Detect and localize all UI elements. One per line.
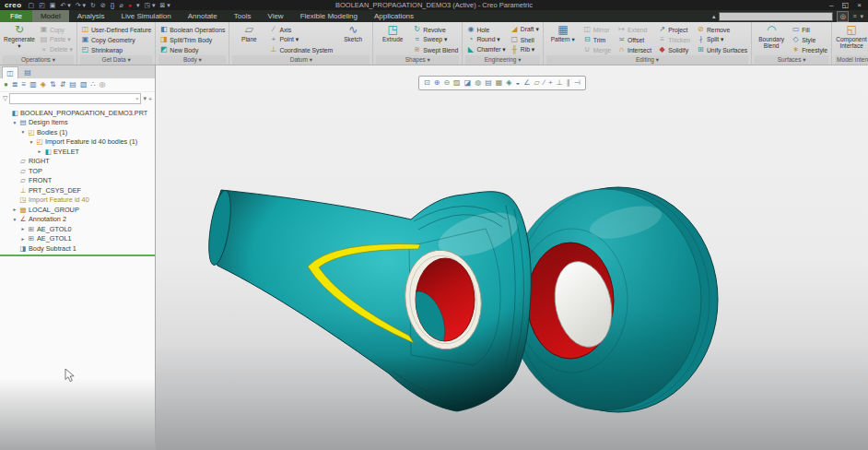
command-search-input[interactable] bbox=[719, 12, 833, 21]
group-label-datum[interactable]: Datum ▾ bbox=[232, 55, 369, 65]
group-label-operations[interactable]: Operations ▾ bbox=[3, 55, 74, 65]
tab-analysis[interactable]: Analysis bbox=[69, 10, 113, 22]
filter-dropdown-icon[interactable]: ▾ bbox=[143, 95, 147, 102]
settings-icon[interactable]: ≡ bbox=[852, 13, 856, 19]
revolve-button[interactable]: ↻Revolve bbox=[412, 25, 459, 34]
group-label-surfaces[interactable]: Surfaces ▾ bbox=[755, 55, 828, 65]
tab-file[interactable]: File bbox=[0, 10, 32, 22]
expander-icon[interactable]: ▸ bbox=[11, 207, 18, 212]
project-button[interactable]: ↗Project bbox=[657, 25, 691, 34]
mirror-button[interactable]: ◫Mirror bbox=[582, 25, 612, 34]
thicken-button[interactable]: ≡Thicken bbox=[657, 35, 691, 44]
tab-flexible-modeling[interactable]: Flexible Modeling bbox=[292, 10, 366, 22]
style-button[interactable]: ◇Style bbox=[791, 35, 828, 44]
merge-button[interactable]: ∪Merge bbox=[582, 45, 612, 54]
freestyle-button[interactable]: ∗Freestyle bbox=[791, 45, 828, 54]
tree-item-bodies[interactable]: ▾◰Bodies (1) bbox=[0, 127, 155, 137]
close-window-icon[interactable]: ⊠ ▾ bbox=[160, 2, 170, 8]
expander-icon[interactable]: ▸ bbox=[36, 148, 43, 154]
split-trim-body-button[interactable]: ◨Split/Trim Body bbox=[158, 35, 226, 44]
group-label-editing[interactable]: Editing ▾ bbox=[546, 55, 748, 65]
undo-icon[interactable]: ↶ ▾ bbox=[60, 2, 70, 8]
boolean-operations-button[interactable]: ◧Boolean Operations bbox=[158, 25, 226, 34]
show-grid-icon[interactable]: ▤ bbox=[69, 81, 76, 89]
clear-filter-icon[interactable]: × bbox=[134, 96, 141, 101]
solidify-button[interactable]: ◆Solidify bbox=[657, 45, 691, 54]
tab-view[interactable]: View bbox=[259, 10, 291, 22]
regenerate-quick-icon[interactable]: ↻ bbox=[90, 2, 96, 8]
tree-item-top-plane[interactable]: ▱TOP bbox=[0, 166, 155, 176]
sweep-button[interactable]: ≈Sweep ▾ bbox=[412, 35, 459, 44]
tree-item-root[interactable]: ◧BOOLEAN_PROPAGATION_DEMO3.PRT bbox=[0, 108, 155, 118]
tree-list-icon[interactable]: ≣ bbox=[12, 81, 18, 89]
close-button[interactable]: × bbox=[857, 1, 862, 9]
relations-icon[interactable]: ∴ bbox=[90, 81, 95, 89]
point-display-icon[interactable]: + bbox=[548, 79, 553, 87]
plane-button[interactable]: ▱ Plane bbox=[232, 22, 265, 42]
braces-select-icon[interactable]: {} bbox=[111, 2, 115, 8]
shading-style-icon[interactable]: ◪ bbox=[464, 79, 472, 87]
tree-columns-icon[interactable]: ▥ bbox=[29, 81, 37, 89]
split-button[interactable]: ∤Split ▾ bbox=[696, 35, 748, 44]
windows-icon[interactable]: ◳ ▾ bbox=[144, 2, 155, 8]
section-icon[interactable]: ◒ bbox=[516, 79, 521, 87]
redo-icon[interactable]: ↷ ▾ bbox=[76, 2, 86, 8]
coordinate-system-button[interactable]: ⊥Coordinate System bbox=[268, 45, 334, 54]
regenerate-button[interactable]: ↻ Regenerate ▾ bbox=[3, 22, 36, 50]
restore-button[interactable]: ◱ bbox=[842, 1, 850, 9]
offset-button[interactable]: ≍Offset bbox=[616, 35, 652, 44]
shell-button[interactable]: ▢Shell bbox=[510, 35, 540, 44]
minimize-button[interactable]: – bbox=[829, 1, 833, 9]
tab-annotate[interactable]: Annotate bbox=[180, 10, 226, 22]
delete-button[interactable]: ×Delete ▾ bbox=[39, 45, 74, 54]
round-button[interactable]: ◔Round ▾ bbox=[465, 35, 506, 44]
save-icon[interactable]: ▣ bbox=[50, 2, 56, 8]
front-eyelet-body[interactable] bbox=[205, 189, 531, 411]
tree-item-annotation[interactable]: ▾∠Annotation 2 bbox=[0, 215, 155, 225]
display-style-icon[interactable]: ◍ bbox=[475, 79, 481, 87]
saved-orientations-icon[interactable]: ▤ bbox=[485, 79, 492, 87]
sketch-button[interactable]: ∿ Sketch bbox=[336, 22, 369, 42]
add-filter-icon[interactable]: + bbox=[148, 96, 152, 102]
tree-filter-input[interactable] bbox=[10, 95, 133, 102]
zoom-out-icon[interactable]: ⊖ bbox=[443, 79, 450, 87]
user-defined-feature-button[interactable]: ◫User-Defined Feature bbox=[80, 25, 152, 34]
group-label-get-data[interactable]: Get Data ▾ bbox=[80, 55, 152, 65]
swept-blend-button[interactable]: ≋Swept Blend bbox=[412, 45, 459, 54]
tab-applications[interactable]: Applications bbox=[366, 10, 422, 22]
remove-button[interactable]: ⊘Remove bbox=[696, 25, 748, 34]
expander-icon[interactable]: ▾ bbox=[28, 139, 35, 145]
extend-button[interactable]: ↦Extend bbox=[616, 25, 652, 34]
csys-display-icon[interactable]: ⊥ bbox=[557, 79, 563, 87]
repaint-icon[interactable]: ▨ bbox=[453, 79, 461, 87]
tree-item-body-subtract[interactable]: ◨Body Subtract 1 bbox=[0, 243, 155, 254]
tree-settings-icon[interactable]: ▧ bbox=[80, 81, 88, 89]
more-dropdown-icon[interactable]: ▾ bbox=[860, 13, 863, 20]
sort-order-icon[interactable]: ⇵ bbox=[60, 81, 66, 89]
intersect-button[interactable]: ∩Intersect bbox=[616, 45, 652, 54]
expander-icon[interactable]: ▸ bbox=[19, 226, 27, 231]
tree-item-csys[interactable]: ⊥PRT_CSYS_DEF bbox=[0, 185, 155, 195]
axis-display-icon[interactable]: ∕ bbox=[544, 79, 545, 87]
point-button[interactable]: +Point ▾ bbox=[268, 35, 334, 44]
group-label-shapes[interactable]: Shapes ▾ bbox=[376, 55, 459, 65]
tab-tools[interactable]: Tools bbox=[226, 10, 260, 22]
extrude-button[interactable]: ◳ Extrude bbox=[376, 22, 409, 42]
annotations-display-icon[interactable]: ∠ bbox=[523, 79, 530, 87]
open-file-icon[interactable]: ◰ bbox=[39, 2, 45, 8]
expander-icon[interactable]: ▾ bbox=[11, 217, 18, 222]
tree-item-right-plane[interactable]: ▱RIGHT bbox=[0, 157, 155, 167]
command-search-button[interactable]: ◎ bbox=[837, 11, 849, 22]
plane-display-icon[interactable]: ▱ bbox=[534, 79, 540, 87]
view-lock-icon[interactable]: ⊣ bbox=[574, 79, 581, 87]
spin-center-icon[interactable]: ∥ bbox=[567, 79, 570, 87]
copy-button[interactable]: ▣Copy bbox=[39, 25, 74, 34]
tree-item-design-items[interactable]: ▾▤Design Items bbox=[0, 118, 155, 128]
draft-button[interactable]: ◢Draft ▾ bbox=[510, 25, 540, 34]
tree-item-ae-gtol1[interactable]: ▸⊞AE_GTOL1 bbox=[0, 234, 155, 244]
new-body-button[interactable]: ◩New Body bbox=[158, 45, 226, 54]
group-label-engineering[interactable]: Engineering ▾ bbox=[465, 55, 539, 65]
collapse-ribbon-button[interactable]: ▴ bbox=[712, 13, 716, 20]
boundary-blend-button[interactable]: ◠ Boundary Blend bbox=[755, 22, 788, 50]
eyelet-3d-model[interactable] bbox=[193, 165, 727, 428]
